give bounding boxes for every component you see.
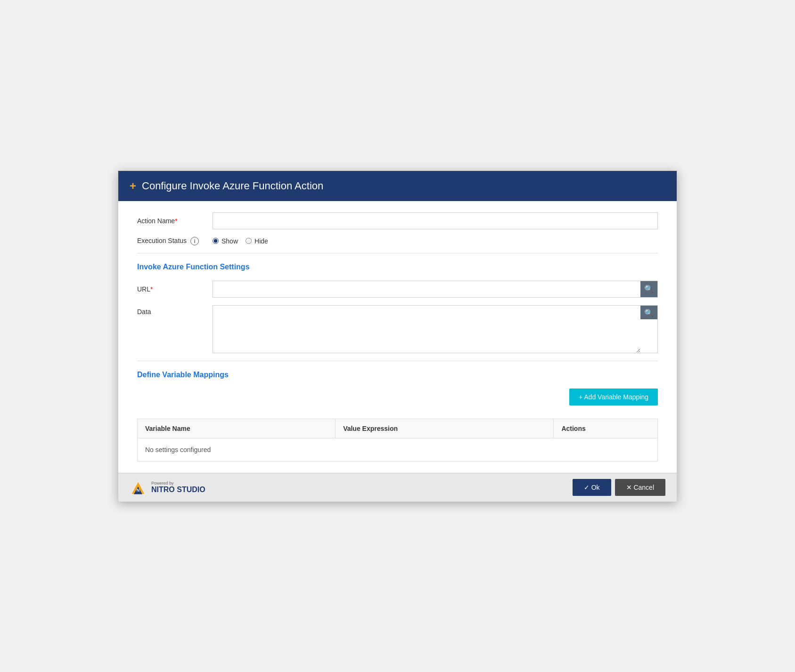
mappings-table: Variable Name Value Expression Actions N… bbox=[137, 419, 658, 461]
url-binoculars-icon: 🔍 bbox=[644, 284, 654, 293]
info-icon[interactable]: i bbox=[190, 237, 199, 245]
show-radio-input[interactable] bbox=[213, 238, 219, 244]
table-header-value-expression: Value Expression bbox=[335, 419, 553, 438]
show-radio-option[interactable]: Show bbox=[213, 237, 238, 245]
url-label: URL* bbox=[137, 285, 213, 293]
header-plus-icon: + bbox=[130, 179, 136, 193]
data-textarea[interactable] bbox=[213, 306, 640, 353]
dialog-title: Configure Invoke Azure Function Action bbox=[142, 180, 323, 192]
url-browse-button[interactable]: 🔍 bbox=[640, 281, 657, 297]
data-browse-button[interactable]: 🔍 bbox=[640, 306, 657, 319]
hide-radio-option[interactable]: Hide bbox=[246, 237, 268, 245]
hide-radio-input[interactable] bbox=[246, 238, 252, 244]
dialog-footer: N Powered by NITRO STUDIO ✓ Ok ✕ Cancel bbox=[118, 473, 677, 502]
table-header-variable-name: Variable Name bbox=[138, 419, 335, 438]
execution-status-row: Execution Status i Show Hide bbox=[137, 237, 658, 245]
action-name-label: Action Name* bbox=[137, 217, 213, 225]
table-header-actions: Actions bbox=[553, 419, 657, 438]
footer-buttons: ✓ Ok ✕ Cancel bbox=[573, 479, 665, 496]
url-row: URL* 🔍 bbox=[137, 281, 658, 298]
action-name-row: Action Name* bbox=[137, 212, 658, 229]
ok-button[interactable]: ✓ Ok bbox=[573, 479, 611, 496]
footer-brand: N Powered by NITRO STUDIO bbox=[130, 479, 205, 496]
divider-2 bbox=[137, 361, 658, 361]
data-input-group: 🔍 bbox=[213, 305, 658, 353]
configure-dialog: + Configure Invoke Azure Function Action… bbox=[118, 170, 677, 502]
dialog-header: + Configure Invoke Azure Function Action bbox=[118, 171, 677, 201]
cancel-button[interactable]: ✕ Cancel bbox=[615, 479, 665, 496]
action-name-input[interactable] bbox=[213, 212, 658, 229]
data-row: Data 🔍 bbox=[137, 305, 658, 353]
url-input[interactable] bbox=[213, 281, 640, 297]
data-binoculars-icon: 🔍 bbox=[644, 308, 654, 317]
divider-1 bbox=[137, 253, 658, 253]
table-empty-message: No settings configured bbox=[138, 438, 657, 461]
dialog-body: Action Name* Execution Status i Show Hid… bbox=[118, 201, 677, 473]
table-body: No settings configured bbox=[138, 438, 657, 461]
add-variable-mapping-button[interactable]: + Add Variable Mapping bbox=[569, 389, 658, 405]
brand-name: NITRO STUDIO bbox=[151, 486, 205, 494]
execution-status-label: Execution Status i bbox=[137, 237, 213, 245]
powered-by-text: Powered by bbox=[151, 481, 205, 486]
mappings-section-title: Define Variable Mappings bbox=[137, 371, 658, 379]
nitro-logo-icon: N bbox=[130, 479, 147, 496]
table-header: Variable Name Value Expression Actions bbox=[138, 419, 657, 438]
url-input-group: 🔍 bbox=[213, 281, 658, 298]
brand-text: Powered by NITRO STUDIO bbox=[151, 481, 205, 494]
data-label: Data bbox=[137, 305, 213, 316]
settings-section-title: Invoke Azure Function Settings bbox=[137, 263, 658, 271]
execution-status-radio-group: Show Hide bbox=[213, 237, 268, 245]
svg-text:N: N bbox=[137, 488, 140, 493]
